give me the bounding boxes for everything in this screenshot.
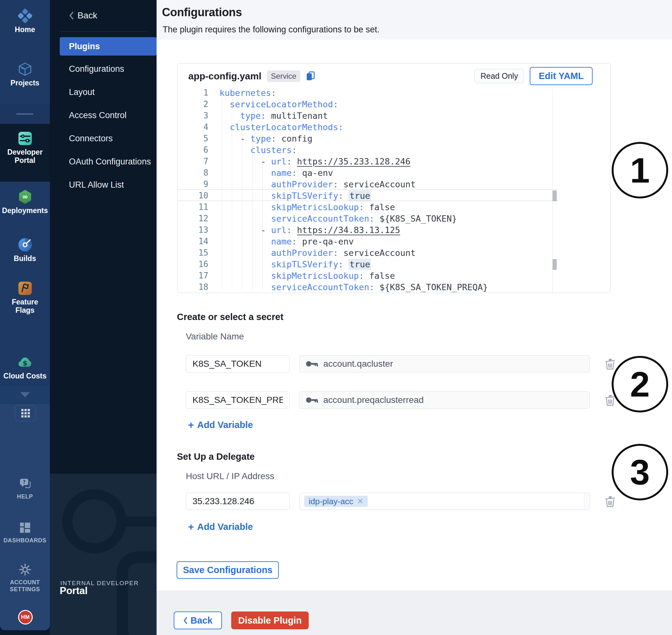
code-text: skipMetricsLookup: false xyxy=(219,271,395,281)
remove-tag-icon[interactable]: ✕ xyxy=(357,497,363,506)
add-variable-link-secrets[interactable]: + Add Variable xyxy=(188,419,253,431)
rail-utility-account-settings[interactable]: ACCOUNT SETTINGS xyxy=(0,562,50,593)
code-line: 15 authProvider: serviceAccount xyxy=(178,247,552,259)
help-icon xyxy=(18,476,33,491)
variable-name-input[interactable] xyxy=(186,392,290,409)
plus-icon: + xyxy=(188,419,194,431)
chevron-left-icon xyxy=(69,12,74,19)
rail-module-deployments[interactable]: Deployments xyxy=(0,189,50,215)
rail-module-label: Developer Portal xyxy=(0,148,50,165)
code-text: name: qa-env xyxy=(219,168,333,178)
code-line: 10 skipTLSVerify: true xyxy=(178,190,552,201)
submenu-item-oauth-configurations[interactable]: OAuth Configurations xyxy=(50,152,156,171)
code-line: 17 skipMetricsLookup: false xyxy=(178,270,552,281)
rail-utility-help[interactable]: HELP xyxy=(0,476,50,500)
line-number: 8 xyxy=(178,168,208,177)
copy-icon[interactable] xyxy=(306,71,316,81)
line-number: 14 xyxy=(178,237,208,246)
delete-row-button[interactable] xyxy=(604,495,616,508)
submenu-divider xyxy=(60,31,147,32)
rail-divider-line xyxy=(16,113,33,115)
code-line: 14 name: pre-qa-env xyxy=(178,236,552,247)
yaml-config-card: app-config.yaml Service Read Only Edit Y… xyxy=(177,63,611,293)
annotation-circle-2: 2 xyxy=(612,356,668,412)
module-rail: Home Projects Developer Portal Deploymen… xyxy=(0,0,50,635)
line-number: 15 xyxy=(178,248,208,258)
add-variable-link-delegate[interactable]: + Add Variable xyxy=(188,521,253,533)
ruler-decoration xyxy=(552,191,557,201)
line-number: 16 xyxy=(178,259,208,269)
code-text: - type: config xyxy=(219,134,312,144)
submenu-item-access-control[interactable]: Access Control xyxy=(50,106,156,125)
code-text: type: multiTenant xyxy=(219,111,328,121)
plus-icon: + xyxy=(188,521,194,533)
brand-panel: INTERNAL DEVELOPER Portal xyxy=(50,474,156,635)
rail-module-label: Deployments xyxy=(0,206,49,215)
submenu-item-connectors[interactable]: Connectors xyxy=(50,129,156,148)
back-button[interactable]: Back xyxy=(174,612,222,629)
delegate-heading: Set Up a Delegate xyxy=(177,452,255,462)
brand-name: Portal xyxy=(60,585,88,597)
back-nav[interactable]: Back xyxy=(69,10,97,21)
code-line: 4 clusterLocatorMethods: xyxy=(178,121,552,133)
yaml-filename: app-config.yaml xyxy=(188,71,261,82)
back-button-label: Back xyxy=(191,615,213,626)
code-line: 12 serviceAccountToken: ${K8S_SA_TOKEN} xyxy=(178,213,552,224)
code-line: 11 skipMetricsLookup: false xyxy=(178,201,552,213)
yaml-card-header: app-config.yaml Service Read Only Edit Y… xyxy=(177,64,610,89)
rail-module-label: Builds xyxy=(12,254,38,263)
disable-plugin-button[interactable]: Disable Plugin xyxy=(231,612,309,629)
service-badge: Service xyxy=(267,70,300,82)
submenu-item-url-allow-list[interactable]: URL Allow List xyxy=(50,176,156,194)
line-number: 2 xyxy=(178,100,208,109)
save-configurations-button[interactable]: Save Configurations xyxy=(177,561,279,579)
plugin-submenu: Back PluginsConfigurationsLayoutAccess C… xyxy=(50,0,156,635)
line-number: 11 xyxy=(178,202,208,212)
secret-select[interactable]: account.qacluster xyxy=(300,355,590,372)
rail-module-feature-flags[interactable]: Feature Flags xyxy=(0,281,50,314)
tag-label: idp-play-acc xyxy=(309,497,353,506)
trash-icon xyxy=(604,495,616,508)
home-icon xyxy=(18,8,33,23)
code-text: skipMetricsLookup: false xyxy=(219,202,395,212)
delegate-tags-field[interactable]: idp-play-acc ✕ xyxy=(300,493,590,510)
rail-module-builds[interactable]: Builds xyxy=(0,237,50,263)
add-variable-label: Add Variable xyxy=(197,420,253,430)
submenu-item-configurations[interactable]: Configurations xyxy=(50,60,156,78)
rail-module-label: HELP xyxy=(15,493,35,500)
key-icon xyxy=(305,395,319,406)
annotation-circle-3: 3 xyxy=(612,444,668,500)
code-text: authProvider: serviceAccount xyxy=(219,179,416,189)
variable-name-label: Variable Name xyxy=(186,331,244,342)
secrets-heading: Create or select a secret xyxy=(177,312,283,322)
rail-module-label: Home xyxy=(13,25,37,34)
secret-name: account.qacluster xyxy=(323,359,393,369)
code-line: 7 - url: https://35.233.128.246 xyxy=(178,156,552,167)
edit-yaml-button[interactable]: Edit YAML xyxy=(530,67,592,85)
rail-module-home[interactable]: Home xyxy=(0,8,50,34)
chevron-down-icon[interactable] xyxy=(20,392,30,397)
code-line: 8 name: qa-env xyxy=(178,167,552,178)
secret-select[interactable]: account.preqaclusterread xyxy=(300,392,590,409)
rail-module-cloud-costs[interactable]: Cloud Costs xyxy=(0,355,50,380)
secret-name: account.preqaclusterread xyxy=(323,395,424,405)
module-selector-button[interactable] xyxy=(15,405,36,421)
variable-name-input[interactable] xyxy=(186,355,290,372)
projects-icon xyxy=(18,62,33,77)
code-line: 16 skipTLSVerify: true xyxy=(178,259,552,270)
host-url-input[interactable] xyxy=(186,493,290,510)
rail-module-label: Feature Flags xyxy=(0,298,50,314)
avatar[interactable]: HM xyxy=(18,610,33,625)
rail-utility-dashboards[interactable]: DASHBOARDS xyxy=(0,520,50,544)
rail-module-projects[interactable]: Projects xyxy=(0,62,50,87)
yaml-code-editor[interactable]: 1 kubernetes: 2 serviceLocatorMethod: 3 … xyxy=(178,89,552,293)
submenu-item-layout[interactable]: Layout xyxy=(50,83,156,101)
tag-field-scrollbar[interactable] xyxy=(584,494,589,509)
line-number: 10 xyxy=(178,191,208,200)
feature-flags-icon xyxy=(18,281,33,296)
code-text: serviceAccountToken: ${K8S_SA_TOKEN_PREQ… xyxy=(219,282,488,292)
submenu-item-plugins[interactable]: Plugins xyxy=(60,37,156,56)
rail-module-developer-portal[interactable]: Developer Portal xyxy=(0,131,50,165)
code-line: 1 kubernetes: xyxy=(178,89,552,98)
delete-row-button[interactable] xyxy=(604,358,616,371)
